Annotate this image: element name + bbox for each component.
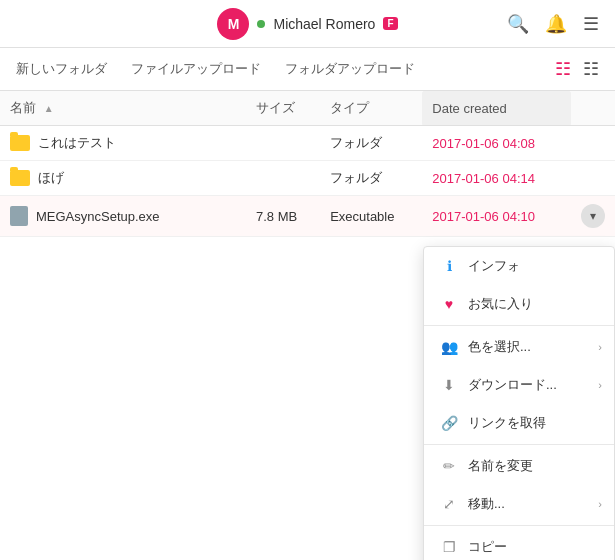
- file-icon: [10, 206, 28, 226]
- submenu-arrow-icon: ›: [598, 498, 602, 510]
- menu-icon[interactable]: ☰: [583, 13, 599, 35]
- menu-separator: [424, 325, 614, 326]
- file-date: 2017-01-06 04:08: [422, 126, 571, 161]
- menu-item-color[interactable]: 👥色を選択...›: [424, 328, 614, 366]
- file-name[interactable]: これはテスト: [38, 134, 116, 152]
- move-label: 移動...: [468, 495, 505, 513]
- file-action: [571, 126, 615, 161]
- user-info: M Michael Romero F: [217, 8, 397, 40]
- color-label: 色を選択...: [468, 338, 531, 356]
- file-type: フォルダ: [320, 126, 422, 161]
- menu-separator: [424, 525, 614, 526]
- file-date: 2017-01-06 04:14: [422, 161, 571, 196]
- file-name[interactable]: ほげ: [38, 169, 64, 187]
- submenu-arrow-icon: ›: [598, 341, 602, 353]
- grid-view-icon[interactable]: ☷: [583, 58, 599, 80]
- color-icon: 👥: [440, 338, 458, 356]
- folder-upload-button[interactable]: フォルダアップロード: [285, 60, 415, 78]
- link-label: リンクを取得: [468, 414, 546, 432]
- more-options-button[interactable]: ▾: [581, 204, 605, 228]
- table-row: ほげフォルダ2017-01-06 04:14: [0, 161, 615, 196]
- menu-item-favorite[interactable]: ♥お気に入り: [424, 285, 614, 323]
- avatar: M: [217, 8, 249, 40]
- file-size: [246, 126, 320, 161]
- menu-item-copy[interactable]: ❐コピー: [424, 528, 614, 560]
- file-type: Executable: [320, 196, 422, 237]
- topbar-actions: 🔍 🔔 ☰: [507, 13, 599, 35]
- col-size: サイズ: [246, 91, 320, 126]
- file-action: ▾: [571, 196, 615, 237]
- menu-separator: [424, 444, 614, 445]
- favorite-icon: ♥: [440, 295, 458, 313]
- download-label: ダウンロード...: [468, 376, 557, 394]
- move-icon: ⤢: [440, 495, 458, 513]
- toolbar: 新しいフォルダ ファイルアップロード フォルダアップロード ☷ ☷: [0, 48, 615, 91]
- topbar: M Michael Romero F 🔍 🔔 ☰: [0, 0, 615, 48]
- submenu-arrow-icon: ›: [598, 379, 602, 391]
- copy-label: コピー: [468, 538, 507, 556]
- copy-icon: ❐: [440, 538, 458, 556]
- info-icon: ℹ: [440, 257, 458, 275]
- rename-label: 名前を変更: [468, 457, 533, 475]
- menu-item-link[interactable]: 🔗リンクを取得: [424, 404, 614, 442]
- notifications-icon[interactable]: 🔔: [545, 13, 567, 35]
- username: Michael Romero: [273, 16, 375, 32]
- folder-icon: [10, 135, 30, 151]
- menu-item-rename[interactable]: ✏名前を変更: [424, 447, 614, 485]
- file-upload-label: ファイルアップロード: [131, 60, 261, 78]
- folder-icon: [10, 170, 30, 186]
- file-size: [246, 161, 320, 196]
- file-date: 2017-01-06 04:10: [422, 196, 571, 237]
- info-label: インフォ: [468, 257, 520, 275]
- file-size: 7.8 MB: [246, 196, 320, 237]
- list-view-icon[interactable]: ☷: [555, 58, 571, 80]
- file-name-cell: ほげ: [0, 161, 246, 196]
- table-row: これはテストフォルダ2017-01-06 04:08: [0, 126, 615, 161]
- col-actions: [571, 91, 615, 126]
- table-header: 名前 ▲ サイズ タイプ Date created: [0, 91, 615, 126]
- new-folder-label: 新しいフォルダ: [16, 60, 107, 78]
- file-action: [571, 161, 615, 196]
- file-browser: 名前 ▲ サイズ タイプ Date created これはテストフォルダ2017…: [0, 91, 615, 237]
- folder-upload-label: フォルダアップロード: [285, 60, 415, 78]
- online-indicator: [257, 20, 265, 28]
- download-icon: ⬇: [440, 376, 458, 394]
- col-date[interactable]: Date created: [422, 91, 571, 126]
- col-name[interactable]: 名前 ▲: [0, 91, 246, 126]
- search-icon[interactable]: 🔍: [507, 13, 529, 35]
- file-name[interactable]: MEGAsyncSetup.exe: [36, 209, 160, 224]
- link-icon: 🔗: [440, 414, 458, 432]
- menu-item-info[interactable]: ℹインフォ: [424, 247, 614, 285]
- rename-icon: ✏: [440, 457, 458, 475]
- file-name-cell: MEGAsyncSetup.exe: [0, 196, 246, 237]
- menu-item-download[interactable]: ⬇ダウンロード...›: [424, 366, 614, 404]
- file-name-cell: これはテスト: [0, 126, 246, 161]
- file-type: フォルダ: [320, 161, 422, 196]
- pro-badge: F: [383, 17, 397, 30]
- sort-icon: ▲: [44, 103, 54, 114]
- file-upload-button[interactable]: ファイルアップロード: [131, 60, 261, 78]
- file-table: 名前 ▲ サイズ タイプ Date created これはテストフォルダ2017…: [0, 91, 615, 237]
- table-row: MEGAsyncSetup.exe7.8 MBExecutable2017-01…: [0, 196, 615, 237]
- context-menu: ℹインフォ♥お気に入り👥色を選択...›⬇ダウンロード...›🔗リンクを取得✏名…: [423, 246, 615, 560]
- col-type: タイプ: [320, 91, 422, 126]
- favorite-label: お気に入り: [468, 295, 533, 313]
- new-folder-button[interactable]: 新しいフォルダ: [16, 60, 107, 78]
- view-controls: ☷ ☷: [555, 58, 599, 80]
- menu-item-move[interactable]: ⤢移動...›: [424, 485, 614, 523]
